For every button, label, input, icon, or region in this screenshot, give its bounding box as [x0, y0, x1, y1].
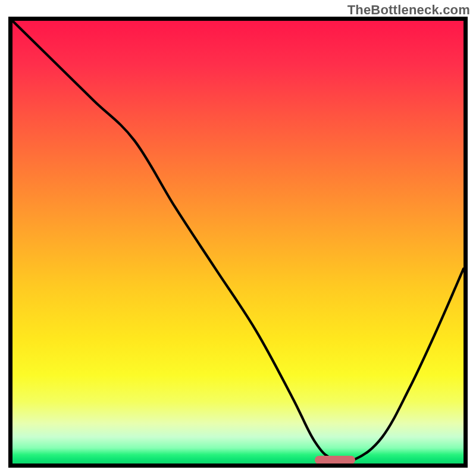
bottleneck-curve	[12, 21, 464, 464]
optimal-range-marker	[315, 456, 355, 464]
plot-area	[12, 21, 464, 464]
plot-frame	[8, 17, 468, 468]
watermark-text: TheBottleneck.com	[347, 2, 470, 18]
chart-stage: TheBottleneck.com	[0, 0, 476, 476]
